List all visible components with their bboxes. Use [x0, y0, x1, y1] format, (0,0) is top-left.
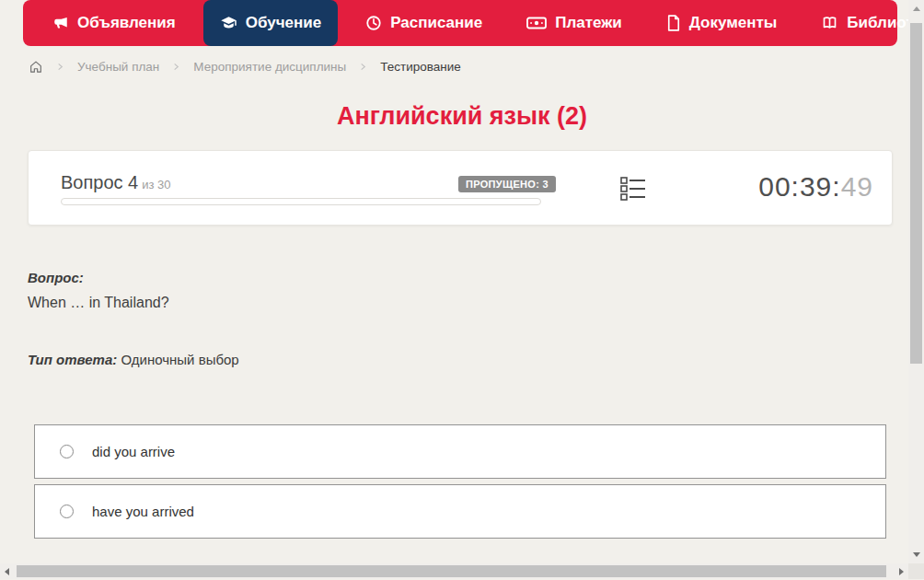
timer-seconds: 49 — [841, 171, 873, 202]
radio-button[interactable] — [60, 445, 74, 458]
question-of-total: из 30 — [142, 178, 170, 191]
answer-type-label: Тип ответа: — [28, 352, 117, 367]
scrollbar-corner — [908, 563, 924, 579]
breadcrumb-testing: Тестирование — [380, 60, 461, 74]
answer-option-label: have you arrived — [92, 504, 194, 519]
banknote-icon — [526, 15, 547, 31]
chevron-right-icon — [358, 62, 368, 72]
breadcrumb-discipline-events[interactable]: Мероприятие дисциплины — [193, 60, 346, 74]
nav-item-label: Расписание — [390, 14, 482, 32]
answer-type-row: Тип ответа: Одиночный выбор — [28, 352, 865, 367]
breadcrumb: Учебный план Мероприятие дисциплины Тест… — [29, 57, 461, 75]
test-page: Объявления Обучение Расписание Платежи Д… — [0, 0, 924, 580]
home-icon[interactable] — [29, 60, 43, 74]
book-icon — [821, 15, 838, 31]
nav-item-label: Объявления — [77, 14, 176, 32]
graduation-cap-icon — [220, 15, 237, 31]
answer-option-label: did you arrive — [92, 444, 175, 459]
vertical-scrollbar-thumb[interactable] — [910, 23, 922, 364]
breadcrumb-curriculum[interactable]: Учебный план — [77, 60, 159, 74]
clock-icon — [365, 15, 382, 31]
radio-button[interactable] — [60, 505, 74, 518]
question-text: When … in Thailand? — [28, 295, 865, 311]
answer-type-value: Одиночный выбор — [121, 352, 238, 367]
main-navbar: Объявления Обучение Расписание Платежи Д… — [23, 0, 897, 46]
answer-option[interactable]: did you arrive — [34, 424, 886, 479]
nav-item-announcements[interactable]: Объявления — [36, 0, 192, 46]
skipped-badge: ПРОПУЩЕНО: 3 — [458, 176, 556, 192]
answer-options: did you arrive have you arrived — [34, 424, 886, 544]
chevron-right-icon — [171, 62, 181, 72]
nav-item-label: Платежи — [555, 14, 622, 32]
nav-item-library[interactable]: Библиотека — [804, 0, 924, 46]
page-title: Английский язык (2) — [0, 102, 924, 131]
question-list-button[interactable] — [618, 175, 648, 203]
nav-item-label: Документы — [689, 14, 778, 32]
timer-hours-minutes: 00:39: — [758, 171, 840, 202]
nav-item-payments[interactable]: Платежи — [510, 0, 639, 46]
chevron-right-icon — [55, 62, 65, 72]
nav-item-learning[interactable]: Обучение — [203, 0, 338, 46]
nav-item-documents[interactable]: Документы — [650, 0, 794, 46]
question-body: Вопрос: When … in Thailand? Тип ответа: … — [28, 270, 865, 367]
horizontal-scrollbar[interactable] — [0, 563, 908, 579]
nav-item-label: Обучение — [246, 14, 321, 32]
document-icon — [666, 15, 681, 31]
scroll-up-arrow[interactable] — [913, 6, 920, 11]
horizontal-scrollbar-thumb[interactable] — [17, 565, 886, 577]
nav-item-schedule[interactable]: Расписание — [349, 0, 499, 46]
question-number: Вопрос 4из 30 — [61, 172, 171, 193]
question-list-icon — [619, 191, 647, 205]
scroll-right-arrow[interactable] — [899, 568, 904, 575]
question-header-card: Вопрос 4из 30 ПРОПУЩЕНО: 3 00:39:49 — [28, 150, 893, 226]
scroll-down-arrow[interactable] — [913, 552, 920, 557]
question-number-label: Вопрос 4 — [61, 172, 138, 192]
countdown-timer: 00:39:49 — [758, 171, 873, 203]
answer-option[interactable]: have you arrived — [34, 484, 886, 539]
vertical-scrollbar[interactable] — [908, 0, 924, 563]
question-label: Вопрос: — [28, 270, 865, 285]
megaphone-icon — [52, 15, 69, 31]
scroll-left-arrow[interactable] — [5, 568, 9, 575]
test-progress-bar — [61, 198, 541, 205]
